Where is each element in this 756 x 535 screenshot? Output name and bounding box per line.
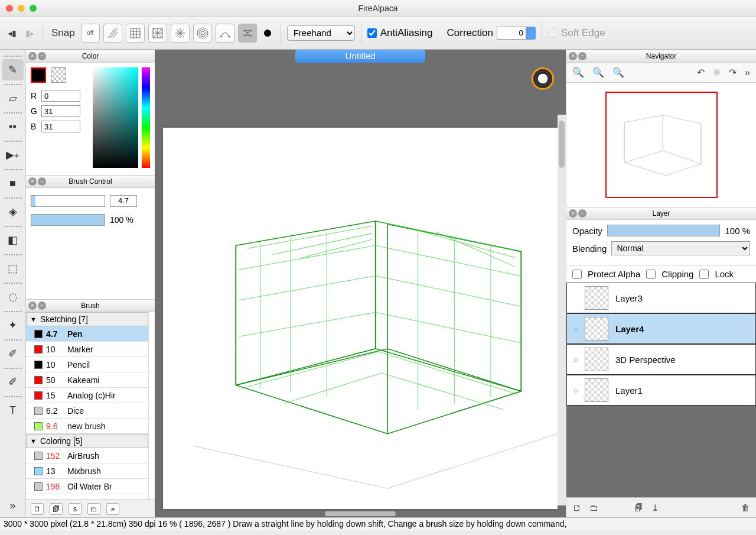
brush-group-header[interactable]: ▼Sketching [7] (26, 312, 148, 326)
brush-size-value[interactable]: 4.7 (110, 195, 137, 207)
snap-grid-button[interactable] (126, 24, 145, 43)
perspective-grid-icon (163, 128, 558, 509)
new-folder-icon[interactable]: 🗀 (589, 502, 598, 513)
dup-layer-icon[interactable]: 🗐 (634, 502, 643, 513)
close-window-icon[interactable] (6, 5, 13, 12)
dup-brush-icon[interactable]: 🗐 (50, 503, 63, 515)
color-field[interactable] (93, 67, 138, 168)
antialiasing-checkbox[interactable] (367, 28, 377, 38)
dot-tool-icon[interactable]: ▪▪ (2, 116, 24, 137)
lock-checkbox[interactable] (699, 270, 709, 279)
wand-tool-icon[interactable]: ✦ (2, 314, 24, 336)
brush-tool-icon[interactable]: ✎ (2, 59, 24, 80)
brush-item[interactable]: 13Mixbrush (26, 463, 148, 479)
nav-more-icon[interactable]: » (745, 67, 750, 78)
brush-folder-icon[interactable]: 🗀 (87, 503, 100, 515)
new-layer-icon[interactable]: 🗋 (572, 502, 581, 513)
brush-item[interactable]: 10Pencil (26, 357, 148, 372)
bucket-tool-icon[interactable]: ◈ (2, 201, 24, 222)
rotate-right-icon[interactable]: ↷ (729, 67, 737, 78)
panel-close-icon[interactable]: × (569, 209, 577, 218)
panel-close-icon[interactable]: × (569, 52, 577, 60)
canvas-hscroll[interactable] (273, 510, 448, 517)
move-tool-icon[interactable]: ▶+ (2, 144, 24, 166)
new-brush-icon[interactable]: 🗋 (31, 503, 44, 515)
layer-opacity-slider[interactable] (607, 225, 721, 236)
brush-group-header[interactable]: ▼Coloring [5] (26, 434, 148, 448)
foreground-swatch[interactable] (31, 67, 46, 83)
brush-item[interactable]: 9.6new brush (26, 419, 148, 434)
selectpen-tool-icon[interactable]: ✐ (2, 343, 24, 364)
correction-input[interactable] (497, 27, 526, 40)
snap-radial-button[interactable] (171, 24, 190, 43)
color-panel-header: ×− Color (26, 50, 155, 63)
expand-tools-icon[interactable]: » (2, 495, 24, 516)
softedge-checkbox[interactable] (548, 28, 558, 38)
fill-tool-icon[interactable]: ■ (2, 173, 24, 194)
panel-close-icon[interactable]: × (28, 52, 37, 60)
snap-off-button[interactable]: off (81, 24, 100, 43)
rotate-left-icon[interactable]: ↶ (697, 67, 705, 78)
r-input[interactable] (41, 90, 80, 102)
brush-item[interactable]: 10Marker (26, 342, 148, 357)
layer-item[interactable]: ○Layer1 (566, 375, 756, 406)
panel-collapse-icon[interactable]: − (38, 177, 46, 186)
brush-item[interactable]: 6.2Dice (26, 403, 148, 419)
brush-item[interactable]: 4.7Pen (26, 326, 148, 342)
eraser-tool-icon[interactable]: ▱ (2, 87, 24, 109)
correction-stepper[interactable] (526, 27, 536, 40)
merge-down-icon[interactable]: ⤓ (651, 502, 659, 513)
brush-opacity-slider[interactable] (31, 214, 105, 226)
zoom-window-icon[interactable] (30, 5, 37, 12)
brush-item[interactable]: 198Oil Water Br (26, 479, 148, 494)
snap-dot-icon[interactable] (264, 30, 271, 37)
redo-button[interactable]: ▮▸ (22, 28, 37, 38)
protect-alpha-checkbox[interactable] (572, 270, 582, 279)
rotate-reset-icon[interactable]: ✺ (713, 67, 721, 78)
layer-panel: Opacity 100 % Blending Normal Protect Al… (566, 220, 756, 517)
canvas[interactable] (163, 128, 558, 509)
undo-button[interactable]: ◂▮ (5, 28, 19, 38)
brush-item[interactable]: 50Kakeami (26, 372, 148, 388)
panel-collapse-icon[interactable]: − (578, 209, 586, 218)
panel-close-icon[interactable]: × (28, 301, 37, 310)
layer-item[interactable]: ○3D Perspective (566, 344, 756, 375)
snap-vanishing-button[interactable] (238, 24, 257, 43)
select-lasso-tool-icon[interactable]: ◌ (2, 286, 24, 307)
navigator-preview[interactable] (566, 83, 756, 207)
brush-item[interactable]: 152AirBrush (26, 448, 148, 463)
b-input[interactable] (41, 121, 80, 132)
background-swatch[interactable] (51, 67, 66, 83)
layer-item[interactable]: Layer3 (566, 283, 756, 313)
brush-more-icon[interactable]: » (106, 503, 119, 515)
gradient-tool-icon[interactable]: ◧ (2, 229, 24, 251)
panel-collapse-icon[interactable]: − (38, 52, 46, 60)
selecterase-tool-icon[interactable]: ✐ (2, 371, 24, 393)
snap-curve-button[interactable] (216, 24, 234, 43)
panel-close-icon[interactable]: × (28, 177, 37, 186)
brush-script-icon[interactable]: s (69, 503, 82, 515)
select-rect-tool-icon[interactable]: ⬚ (2, 258, 24, 279)
g-input[interactable] (41, 105, 80, 117)
snap-isogrid-button[interactable] (148, 24, 167, 43)
delete-layer-icon[interactable]: 🗑 (741, 502, 750, 513)
zoom-in-icon[interactable]: 🔍 (572, 67, 584, 78)
snap-concentric-button[interactable] (193, 24, 212, 43)
document-tab[interactable]: Untitled (295, 50, 425, 63)
hue-slider[interactable] (142, 67, 150, 168)
panel-collapse-icon[interactable]: − (578, 52, 586, 60)
minimize-window-icon[interactable] (18, 5, 25, 12)
stroke-mode-select[interactable]: Freehand (287, 25, 355, 41)
color-panel: R G B (26, 63, 155, 175)
zoom-out-icon[interactable]: 🔍 (592, 67, 604, 78)
clipping-checkbox[interactable] (646, 270, 656, 279)
brush-size-slider[interactable] (31, 195, 105, 207)
text-tool-icon[interactable]: T (2, 400, 24, 421)
panel-collapse-icon[interactable]: − (38, 301, 46, 310)
brush-item[interactable]: 15Analog (c)Hir (26, 388, 148, 403)
blending-select[interactable]: Normal (611, 241, 750, 255)
layer-item[interactable]: ○Layer4 (566, 313, 756, 344)
zoom-fit-icon[interactable]: 🔍 (612, 67, 624, 78)
snap-parallel-button[interactable] (103, 24, 122, 43)
canvas-vscroll[interactable] (558, 115, 566, 505)
